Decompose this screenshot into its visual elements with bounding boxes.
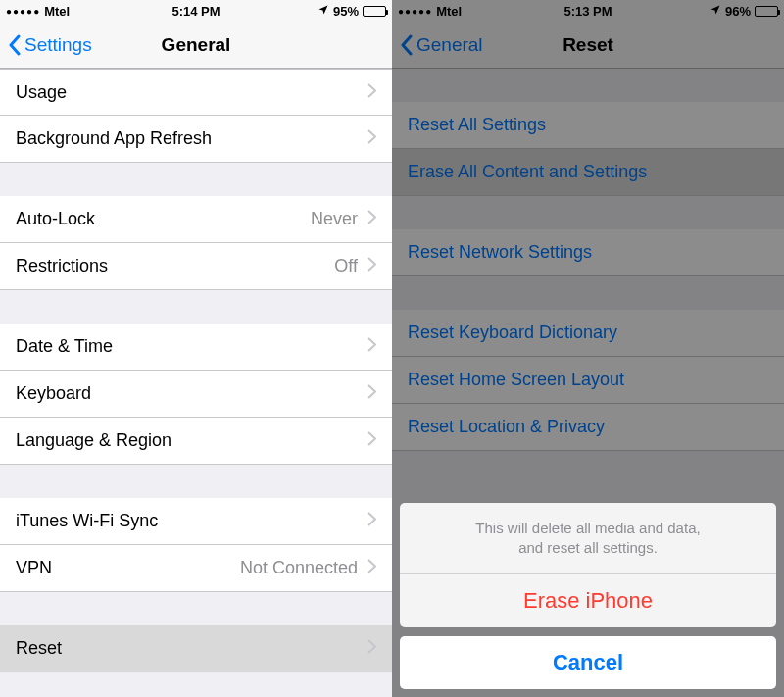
row-label: Auto-Lock <box>16 209 311 229</box>
row-usage[interactable]: Usage <box>0 69 392 116</box>
chevron-right-icon <box>368 256 376 276</box>
phone-reset: ●●●●● Mtel 5:13 PM 96% General Reset Res… <box>392 0 784 697</box>
row-background-app-refresh[interactable]: Background App Refresh <box>0 116 392 163</box>
action-sheet-message: This will delete all media and data, and… <box>400 503 776 575</box>
row-value: Off <box>334 256 358 276</box>
chevron-right-icon <box>368 430 376 451</box>
row-value: Not Connected <box>240 558 358 578</box>
row-label: Restrictions <box>16 256 334 276</box>
group-spacer <box>0 290 392 324</box>
row-label: Keyboard <box>16 383 368 404</box>
row-value: Never <box>311 209 358 229</box>
row-label: Usage <box>16 82 368 103</box>
row-label: Date & Time <box>16 336 368 357</box>
chevron-right-icon <box>368 82 376 103</box>
chevron-right-icon <box>368 511 376 531</box>
row-restrictions[interactable]: Restrictions Off <box>0 243 392 290</box>
group-spacer <box>0 592 392 625</box>
row-label: VPN <box>16 558 240 578</box>
row-label: Background App Refresh <box>16 128 368 149</box>
settings-list: Usage Background App Refresh Auto-Lock N… <box>0 69 392 697</box>
cancel-button[interactable]: Cancel <box>400 636 776 689</box>
row-keyboard[interactable]: Keyboard <box>0 371 392 418</box>
chevron-right-icon <box>368 638 376 659</box>
action-sheet-card: This will delete all media and data, and… <box>400 503 776 628</box>
row-vpn[interactable]: VPN Not Connected <box>0 545 392 592</box>
group-spacer <box>0 163 392 196</box>
chevron-right-icon <box>368 558 376 578</box>
row-reset[interactable]: Reset <box>0 625 392 672</box>
group-spacer <box>0 465 392 498</box>
row-itunes-wifi-sync[interactable]: iTunes Wi-Fi Sync <box>0 498 392 545</box>
chevron-right-icon <box>368 336 376 357</box>
chevron-right-icon <box>368 128 376 149</box>
row-language-region[interactable]: Language & Region <box>0 418 392 465</box>
chevron-right-icon <box>368 209 376 229</box>
status-time: 5:14 PM <box>0 4 392 19</box>
phone-general: ●●●●● Mtel 5:14 PM 95% Settings General … <box>0 0 392 697</box>
battery-icon <box>363 6 386 17</box>
action-sheet: This will delete all media and data, and… <box>400 503 776 690</box>
nav-title: General <box>0 34 392 56</box>
row-date-time[interactable]: Date & Time <box>0 324 392 371</box>
status-bar: ●●●●● Mtel 5:14 PM 95% <box>0 0 392 22</box>
row-label: iTunes Wi-Fi Sync <box>16 511 368 531</box>
row-label: Language & Region <box>16 430 368 451</box>
nav-bar: Settings General <box>0 22 392 69</box>
chevron-right-icon <box>368 383 376 404</box>
erase-iphone-button[interactable]: Erase iPhone <box>400 574 776 627</box>
row-auto-lock[interactable]: Auto-Lock Never <box>0 196 392 243</box>
row-label: Reset <box>16 638 368 659</box>
